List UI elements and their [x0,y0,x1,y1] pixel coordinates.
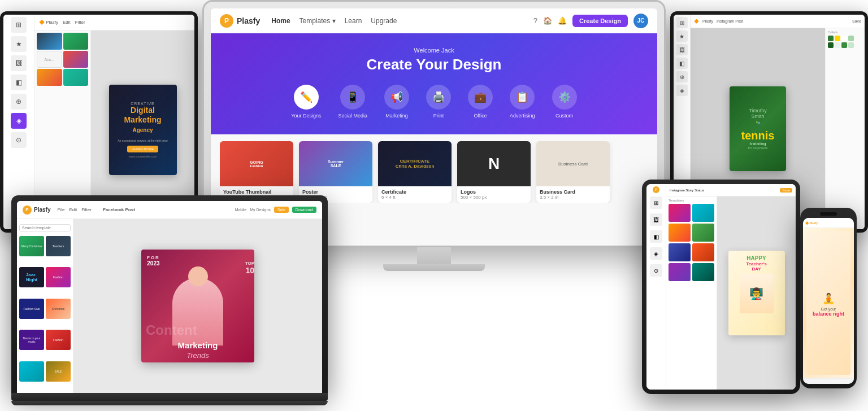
lbs-icon-layers[interactable]: ⊙ [11,132,27,148]
phone-design-line1: Get your [821,307,836,311]
laptop-stpl-4[interactable]: Fashion [46,267,71,287]
hero-icon-office[interactable]: 💼 Office [468,85,493,119]
laptop-stpl-2[interactable]: Teachers [46,236,71,256]
rbs-icon-1[interactable]: ⊞ [676,17,688,28]
tablet-tpl-2[interactable] [692,204,714,222]
tablet-sidebar-icon-1[interactable]: ⊞ [650,196,662,209]
nav-upgrade[interactable]: Upgrade [371,17,397,25]
tablet-sidebar-icon-2[interactable]: 🖼 [650,213,662,226]
left-tpl-4[interactable] [63,51,89,68]
rbs-icon-4[interactable]: ◧ [676,58,688,69]
left-nav-filter[interactable]: Filter [75,20,85,25]
tpl-poster-preview: SummerSALE [299,141,372,186]
tablet: P ⊞ 🖼 ◧ ◈ ⊙ Instagram Story Status Save … [642,180,800,394]
rbs-icon-3[interactable]: 🖼 [676,44,688,55]
lbs-icon-bg[interactable]: ◧ [11,75,27,90]
color-dot-1[interactable] [828,36,834,41]
left-design-card: CREATIVE Digital Marketing Agency An exc… [109,85,177,175]
right-nav-logo-icon: 🔶 [694,19,699,24]
left-tpl-5[interactable] [37,69,62,86]
right-nav-bar: 🔶 Plasfy Instagram Post Save [691,15,865,28]
hero-icon-custom[interactable]: ⚙️ Custom [552,85,577,119]
laptop-nav-mydesigns[interactable]: My Designs [250,208,271,212]
lbs-icon-templates[interactable]: ⊞ [11,17,27,33]
color-dot-8[interactable] [848,42,854,48]
color-dot-4[interactable] [848,36,854,41]
laptop-tab-file[interactable]: File [57,207,64,212]
nav-home-icon[interactable]: 🏠 [543,16,552,25]
tablet-tpl-8[interactable] [692,263,714,281]
canvas-top-num: 10 [245,266,254,275]
laptop-stpl-9[interactable] [19,361,44,382]
laptop-stpl-3[interactable]: JazzNight [19,267,44,287]
phone-screen: 🔶 Plasfy 🧘 Get your balance right [803,218,854,384]
left-tpl-1[interactable] [37,33,62,50]
monitor-base [383,264,485,271]
laptop-stpl-7[interactable]: Dance to your music [19,330,44,350]
rbs-icon-2[interactable]: ★ [676,30,688,42]
nav-avatar[interactable]: JC [633,14,648,28]
create-design-button[interactable]: Create Design [572,15,628,27]
tablet-tpl-3[interactable] [669,224,691,242]
right-design-sport: 🎾 [756,121,760,125]
tablet-tpl-5[interactable] [669,243,691,261]
rbs-icon-5[interactable]: ⊕ [676,71,688,82]
color-dot-7[interactable] [841,42,847,48]
right-nav-btn[interactable]: Save [852,19,861,23]
tablet-tpl-4[interactable] [692,224,714,242]
laptop-download-btn[interactable]: Download [292,207,316,213]
laptop-sale-btn[interactable]: Sale [274,207,289,213]
template-card-bc[interactable]: Business Card Business Card 3.5 × 2 in [536,141,610,203]
laptop-tab-filter[interactable]: Filter [81,207,92,212]
template-card-cert[interactable]: CERTIFICATEChris A. Davidson Certificate… [378,141,452,203]
lbs-icon-elements[interactable]: ◈ [11,113,27,129]
phone-design-line2: balance right [813,311,844,317]
template-card-poster[interactable]: SummerSALE Poster 42 × 594 cm [299,141,372,203]
laptop-search [17,219,73,234]
nav-help-icon[interactable]: ? [533,16,537,25]
hero-icon-marketing[interactable]: 📢 Marketing [384,85,409,119]
laptop-stpl-10[interactable]: SALE [46,361,71,382]
laptop-stpl-5[interactable]: Fashion Sale [19,299,44,319]
laptop-search-input[interactable] [19,224,71,231]
hero-icons: ✏️ Your Designs 📱 Social Media 📢 Marketi… [228,85,640,119]
laptop-sidebar: Merry Christmas Teachers JazzNight Fashi… [17,219,73,393]
color-dot-5[interactable] [828,42,834,48]
laptop-stpl-6[interactable]: Christmas [46,299,71,319]
lbs-icon-overlay[interactable]: ⊕ [11,94,27,110]
hero-icon-social-media[interactable]: 📱 Social Media [338,85,368,119]
rbs-icon-6[interactable]: ◈ [676,85,688,96]
tablet-tpl-7[interactable] [669,263,691,281]
tablet-save-btn[interactable]: Save [780,188,792,193]
nav-home[interactable]: Home [271,17,290,25]
tablet-design-greeting: HAPPY [747,255,766,261]
nav-templates[interactable]: Templates ▾ [300,17,336,25]
left-tpl-2[interactable] [63,33,89,50]
tablet-templates-panel: Templates [666,196,717,390]
tablet-sidebar-icon-5[interactable]: ⊙ [650,264,662,277]
color-dot-6[interactable] [835,42,840,48]
nav-bell-icon[interactable]: 🔔 [558,16,567,25]
hero-icon-advertising[interactable]: 📋 Advertising [510,85,535,119]
lbs-icon-photos[interactable]: 🖼 [11,55,27,71]
nav-learn[interactable]: Learn [345,17,362,25]
lbs-icon-cliparts[interactable]: ★ [11,36,27,52]
advertising-icon: 📋 [510,85,535,110]
laptop-stpl-8[interactable]: Fashion [46,330,71,350]
laptop-tab-edit[interactable]: Edit [69,207,77,212]
color-dot-2[interactable] [835,36,840,41]
tablet-tpl-6[interactable] [692,243,714,261]
left-design-btn[interactable]: LEARN MORE [127,146,159,152]
left-tpl-3[interactable]: Acc... [37,51,62,68]
left-nav-edit[interactable]: Edit [63,20,71,25]
tablet-tpl-1[interactable] [669,204,691,222]
left-tpl-6[interactable] [63,69,89,86]
template-card-logo[interactable]: N Logos 500 × 500 px [457,141,531,203]
color-dot-3[interactable] [841,36,847,41]
tablet-sidebar-icon-4[interactable]: ◈ [650,247,662,260]
tablet-sidebar-icon-3[interactable]: ◧ [650,230,662,243]
hero-icon-your-designs[interactable]: ✏️ Your Designs [291,85,321,119]
laptop-stpl-1[interactable]: Merry Christmas [19,236,44,256]
hero-icon-print[interactable]: 🖨️ Print [426,85,451,119]
template-card-yt[interactable]: GOING Fashion YouTube Thumbnail 1280 × 7… [220,141,293,203]
